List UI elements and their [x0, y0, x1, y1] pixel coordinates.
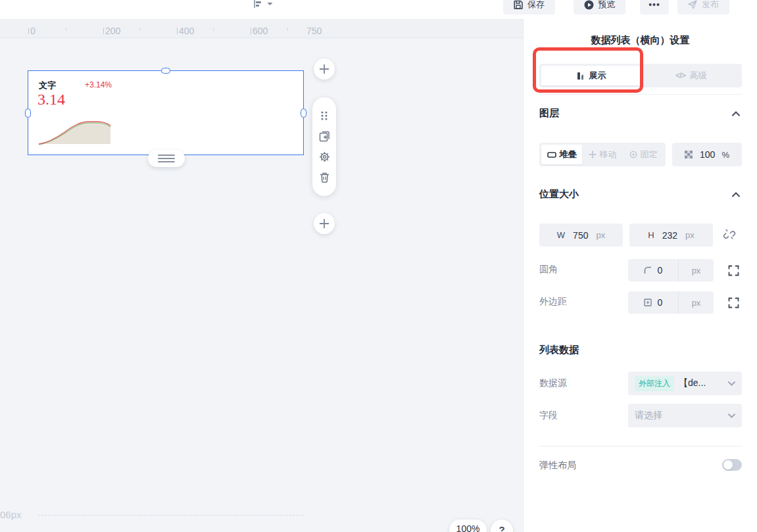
- ruler-tick-label: 200: [105, 26, 120, 36]
- canvas-guide-label: 06px: [0, 509, 22, 520]
- datasource-value: 【de...: [679, 377, 706, 389]
- add-widget-below-button[interactable]: [314, 213, 335, 234]
- settings-tabbar: 展示 </> 高级: [539, 64, 742, 87]
- horizontal-ruler: 0 200 400 600 750: [0, 20, 523, 38]
- ruler-tick-label: 600: [253, 26, 268, 36]
- preview-button-label: 预览: [598, 0, 616, 11]
- ruler-tick-label: 0: [30, 26, 36, 36]
- datasource-select[interactable]: 外部注入 【de...: [628, 372, 742, 395]
- ruler-tick-minor: [213, 28, 214, 31]
- unlink-ratio-button[interactable]: [722, 228, 737, 242]
- more-button[interactable]: •••: [640, 0, 669, 14]
- layer-mode-segmented-control: 堆叠 移动 固定: [539, 143, 666, 166]
- widget-main-value: 3.14: [37, 91, 65, 109]
- settings-panel: 数据列表（横向）设置 展示 </> 高级 图层: [524, 0, 757, 532]
- align-icon: [253, 0, 263, 9]
- opacity-input[interactable]: 100 %: [672, 143, 742, 166]
- external-inject-badge: 外部注入: [635, 376, 674, 391]
- bar-chart-icon: [576, 72, 585, 80]
- align-tool-button[interactable]: [253, 0, 273, 9]
- radius-expand-button[interactable]: [727, 264, 740, 277]
- ruler-tick: [177, 28, 178, 34]
- add-widget-above-button[interactable]: [314, 59, 335, 80]
- radius-label: 圆角: [539, 264, 558, 276]
- settings-gear-button[interactable]: [317, 150, 331, 164]
- width-label: W: [557, 230, 565, 240]
- radius-input[interactable]: 0 px: [628, 259, 714, 281]
- help-button[interactable]: ?: [491, 520, 513, 532]
- expand-corners-icon: [728, 297, 739, 308]
- widget-drag-handle[interactable]: [148, 150, 185, 167]
- margin-input[interactable]: 0 px: [628, 291, 714, 314]
- caret-down-icon: [267, 2, 273, 6]
- height-unit: px: [685, 230, 695, 240]
- resize-handle-right[interactable]: [301, 109, 306, 118]
- radius-value: 0: [658, 265, 663, 276]
- segment-fixed[interactable]: 固定: [623, 145, 664, 164]
- zoom-level-badge[interactable]: 100%: [449, 520, 487, 532]
- margin-label: 外边距: [539, 296, 567, 308]
- design-canvas[interactable]: 0 200 400 600 750 文字 +3.14% 3.14: [0, 20, 524, 532]
- ruler-tick: [28, 28, 29, 34]
- publish-button[interactable]: 发布: [677, 0, 729, 14]
- panel-divider: [539, 446, 742, 447]
- margin-icon: [644, 299, 652, 306]
- ruler-tick-label: 750: [306, 26, 322, 36]
- plus-icon: [319, 64, 330, 74]
- segment-stack[interactable]: 堆叠: [541, 145, 582, 164]
- settings-panel-title: 数据列表（横向）设置: [524, 34, 757, 47]
- save-button-label: 保存: [527, 0, 545, 11]
- section-layer-title: 图层: [539, 107, 559, 120]
- tab-display-label: 展示: [589, 70, 606, 82]
- selected-widget-data-list[interactable]: 文字 +3.14% 3.14: [28, 70, 304, 155]
- ruler-tick-minor: [66, 28, 66, 31]
- corner-radius-icon: [644, 266, 652, 274]
- drag-dots-handle[interactable]: [317, 109, 331, 123]
- target-icon: [629, 151, 637, 158]
- widget-action-toolbar: [312, 97, 336, 196]
- collapse-size-chevron-up-icon[interactable]: [732, 192, 740, 197]
- width-input[interactable]: W 750 px: [539, 224, 623, 247]
- resize-handle-left[interactable]: [25, 109, 31, 118]
- delete-trash-button[interactable]: [317, 170, 331, 185]
- chevron-down-icon: [728, 414, 735, 418]
- tab-display[interactable]: 展示: [541, 66, 641, 85]
- panel-divider: [539, 94, 742, 95]
- unlink-icon: [723, 228, 736, 241]
- flex-layout-toggle[interactable]: [722, 459, 742, 471]
- collapse-layer-chevron-up-icon[interactable]: [732, 111, 740, 116]
- publish-button-label: 发布: [702, 0, 719, 11]
- preview-button[interactable]: 预览: [574, 0, 625, 14]
- field-label: 字段: [539, 410, 558, 422]
- app: 保存 预览 ••• 发布 0 200 400: [0, 0, 757, 532]
- height-input[interactable]: H 232 px: [629, 224, 713, 247]
- duplicate-button[interactable]: [317, 129, 331, 143]
- margin-expand-button[interactable]: [727, 296, 740, 309]
- segment-fixed-label: 固定: [641, 149, 658, 160]
- field-placeholder: 请选择: [635, 410, 662, 422]
- widget-text-label: 文字: [39, 80, 56, 91]
- ruler-tick: [103, 28, 104, 34]
- widget-delta-value: +3.14%: [85, 80, 112, 89]
- ruler-tick: [251, 28, 251, 34]
- canvas-guide-line: [38, 515, 305, 516]
- ruler-tick-minor: [287, 28, 288, 31]
- ruler-tick-minor: [139, 28, 140, 31]
- save-icon: [514, 0, 523, 9]
- tab-advanced[interactable]: </> 高级: [641, 64, 742, 87]
- save-button[interactable]: 保存: [503, 0, 555, 14]
- segment-move[interactable]: 移动: [582, 145, 623, 164]
- opacity-unit: %: [721, 150, 729, 160]
- section-list-data-title: 列表数据: [539, 344, 579, 356]
- segment-move-label: 移动: [600, 149, 617, 160]
- opacity-checkerboard-icon: [685, 151, 693, 159]
- resize-handle-top[interactable]: [161, 68, 170, 74]
- top-toolbar: 保存 预览 ••• 发布: [0, 0, 757, 20]
- field-select[interactable]: 请选择: [628, 404, 742, 427]
- flex-layout-label: 弹性布局: [539, 460, 576, 472]
- height-value: 232: [662, 230, 677, 241]
- rectangle-icon: [547, 152, 556, 158]
- margin-value: 0: [658, 297, 663, 308]
- width-unit: px: [596, 230, 605, 240]
- segment-stack-label: 堆叠: [560, 149, 577, 160]
